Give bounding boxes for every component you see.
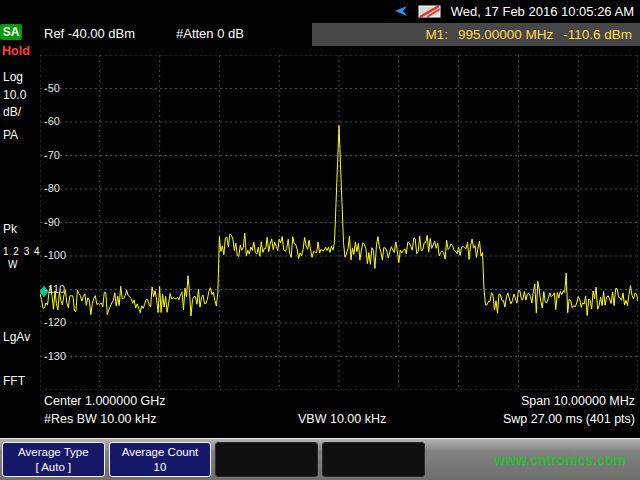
marker-frequency: 995.00000 MHz (458, 27, 553, 42)
y-axis-tick-label: -80 (44, 182, 60, 195)
span-label: Span 10.00000 MHz (521, 394, 635, 408)
y-axis-tick-label: -70 (44, 149, 60, 162)
attenuation-label: #Atten 0 dB (176, 26, 244, 41)
center-frequency-label: Center 1.000000 GHz (44, 394, 166, 408)
softkey-slot: Average Type [ Auto ] (2, 442, 105, 477)
spectrum-plot: -50-60-70-80-90-100-110-120-130 (40, 55, 638, 390)
marker-readout: M1: 995.00000 MHz -110.6 dBm (312, 23, 640, 46)
ref-level-label: Ref -40.00 dBm (44, 26, 135, 41)
fft-label: FFT (3, 374, 25, 388)
softkey-slot (215, 442, 318, 477)
softkey-blank[interactable] (322, 442, 425, 477)
softkey-slot: Average Count 10 (109, 442, 212, 477)
mode-sidebar: SA Hold Log 10.0 dB/ PA Pk 1 2 3 4 W LgA… (0, 22, 40, 436)
softkey-label: Average Type (18, 445, 89, 460)
spectrum-analyzer-screen: Wed, 17 Feb 2016 10:05:26 AM SA Hold Log… (0, 0, 640, 480)
trace-numbers-label: 1 2 3 4 (3, 246, 41, 257)
trace-state-label: W (8, 259, 17, 270)
res-bw-label: #Res BW 10.00 kHz (44, 412, 157, 426)
y-axis-tick-label: -110 (44, 283, 65, 296)
softkey-slot (322, 442, 425, 477)
y-axis-tick-label: -130 (44, 350, 66, 363)
data-transfer-icon (393, 4, 409, 18)
sweep-time-label: Swp 27.00 ms (401 pts) (503, 412, 635, 426)
marker-level: -110.6 dBm (563, 27, 632, 42)
battery-hatched-icon (418, 5, 442, 18)
top-status-bar: Wed, 17 Feb 2016 10:05:26 AM (0, 0, 640, 22)
softkey-blank[interactable] (215, 442, 318, 477)
preamp-label: PA (3, 128, 18, 142)
y-axis-tick-label: -50 (44, 82, 60, 95)
video-bw-label: VBW 10.00 kHz (298, 412, 386, 426)
marker-id-label: M1: (425, 27, 448, 42)
y-axis-tick-label: -60 (44, 115, 60, 128)
mode-badge-sa[interactable]: SA (0, 24, 22, 40)
y-axis-tick-label: -100 (44, 249, 66, 262)
scale-type-label: Log (3, 70, 23, 84)
softkey-value: [ Auto ] (35, 460, 71, 475)
softkey-average-type[interactable]: Average Type [ Auto ] (2, 442, 105, 477)
softkey-average-count[interactable]: Average Count 10 (109, 442, 212, 477)
scale-unit-label: dB/ (3, 105, 21, 119)
average-type-label: LgAv (3, 330, 30, 344)
trace-plot-svg (40, 55, 638, 390)
hold-indicator: Hold (2, 44, 30, 58)
softkey-label: Average Count (122, 445, 199, 460)
softkey-value: 10 (154, 460, 167, 475)
watermark-text: www.cntronics.com (494, 452, 626, 468)
datetime-text: Wed, 17 Feb 2016 10:05:26 AM (451, 4, 634, 19)
scale-value-label: 10.0 (3, 88, 26, 102)
peak-label: Pk (3, 222, 17, 236)
y-axis-tick-label: -90 (44, 216, 60, 229)
softkey-bar: Average Type [ Auto ] Average Count 10 w… (0, 438, 640, 480)
y-axis-tick-label: -120 (44, 316, 66, 329)
